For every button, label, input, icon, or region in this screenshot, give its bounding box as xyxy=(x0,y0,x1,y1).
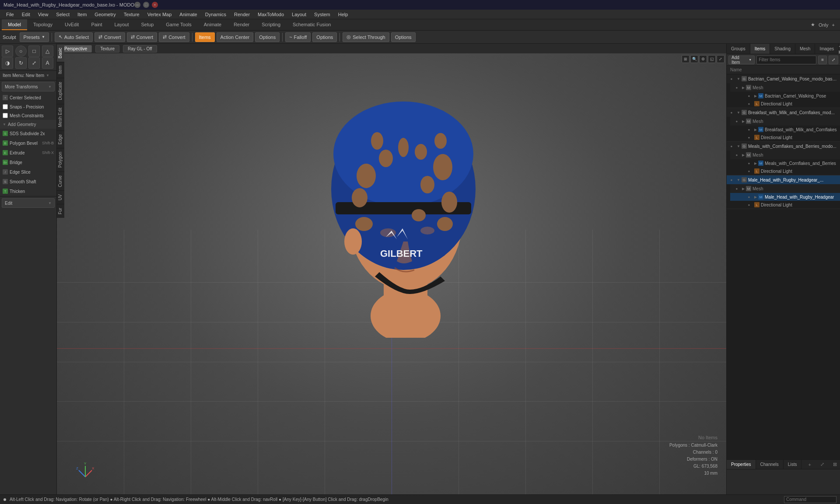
minimize-btn[interactable]: ─ xyxy=(134,2,140,8)
bottom-tab-properties[interactable]: Properties xyxy=(727,460,756,469)
group-4-vis[interactable]: ● xyxy=(728,177,735,183)
tool-circle[interactable]: ○ xyxy=(15,46,27,57)
menu-animate[interactable]: Animate xyxy=(176,11,200,18)
snaps-row[interactable]: Snaps - Precision xyxy=(0,102,56,111)
item-rugby-headgear[interactable]: ● ▶ M Male_Head_with_Rugby_Headgear xyxy=(730,193,840,201)
item-menu-row[interactable]: Item Menu: New Item ▼ xyxy=(0,71,56,80)
right-tab-groups[interactable]: Groups xyxy=(727,44,750,54)
tab-setup[interactable]: Setup xyxy=(135,19,160,30)
convert-btn-2[interactable]: ⇄ Convert xyxy=(127,32,158,42)
group-3-mesh-vis[interactable]: ● xyxy=(734,152,740,158)
tool-rotate[interactable]: ↻ xyxy=(15,57,27,69)
tab-schematic[interactable]: Schematic Fusion xyxy=(287,19,337,30)
group-2-mesh-vis[interactable]: ● xyxy=(734,118,740,124)
tab-topology[interactable]: Topology xyxy=(27,19,59,30)
menu-geometry[interactable]: Geometry xyxy=(91,11,119,18)
item-dir-light-2-vis[interactable]: ● xyxy=(746,134,752,140)
group-1-header[interactable]: ● ▼ G Bactrian_Camel_Walking_Pose_modo_b… xyxy=(727,74,840,83)
select-through-btn[interactable]: ◎ Select Through xyxy=(343,32,389,42)
items-opts-btn[interactable]: ≡ xyxy=(818,56,827,64)
sds-row[interactable]: S SDS Subdivide 2x xyxy=(0,129,56,138)
add-item-btn[interactable]: Add Item ▼ xyxy=(728,56,755,64)
menu-help[interactable]: Help xyxy=(335,11,352,18)
right-tab-images[interactable]: Images xyxy=(815,44,839,54)
tab-gametools[interactable]: Game Tools xyxy=(160,19,198,30)
smooth-shaft-row[interactable]: S Smooth Shaft xyxy=(0,177,56,186)
vp-btn-2[interactable]: 🔍 xyxy=(690,55,698,63)
bridge-row[interactable]: Br Bridge xyxy=(0,158,56,167)
convert-btn-3[interactable]: ⇄ Convert xyxy=(159,32,189,42)
menu-view[interactable]: View xyxy=(35,11,52,18)
bottom-panel-detach[interactable]: ⊠ xyxy=(830,460,840,469)
items-expand-btn[interactable]: ⤢ xyxy=(829,56,838,64)
command-input[interactable] xyxy=(784,496,836,503)
edge-slice-row[interactable]: / Edge Slice xyxy=(0,167,56,177)
thicken-row[interactable]: T Thicken xyxy=(0,186,56,196)
item-camel-pose-vis[interactable]: ● xyxy=(746,93,752,99)
vp-raygl[interactable]: Ray GL - Off xyxy=(123,45,157,52)
right-tab-items[interactable]: Items xyxy=(750,44,770,54)
tab-render[interactable]: Render xyxy=(228,19,256,30)
bottom-panel-expand[interactable]: ⤢ xyxy=(818,460,827,469)
item-camel-pose[interactable]: ● ▶ M Bactrian_Camel_Walking_Pose xyxy=(730,92,840,100)
items-btn[interactable]: Items xyxy=(195,32,215,42)
tool-box[interactable]: □ xyxy=(28,46,40,57)
group-3-vis[interactable]: ● xyxy=(728,143,735,149)
tab-model[interactable]: Model xyxy=(2,19,27,30)
falloff-btn[interactable]: ~ Falloff xyxy=(285,32,311,42)
menu-maxtomode[interactable]: MaxToModo xyxy=(254,11,287,18)
tab-paint[interactable]: Paint xyxy=(85,19,108,30)
viewport[interactable]: Perspective Texture Ray GL - Off ⊞ 🔍 ⚙ ◱… xyxy=(57,44,726,494)
close-btn[interactable]: × xyxy=(152,2,158,8)
item-breakfast[interactable]: ● ▶ M Breakfast_with_Milk_and_Cornflakes xyxy=(730,126,840,133)
group-2-vis[interactable]: ● xyxy=(728,109,735,116)
group-2-header[interactable]: ● ▼ G Breakfast_with_Milk_and_Cornflakes… xyxy=(727,108,840,117)
item-rugby-vis[interactable]: ● xyxy=(746,194,752,200)
snaps-checkbox[interactable] xyxy=(3,104,8,109)
group-3-header[interactable]: ● ▼ G Meals_with_Cornflakes_and_Berries_… xyxy=(727,142,840,150)
tab-scripting[interactable]: Scripting xyxy=(256,19,287,30)
options-btn-1[interactable]: Options xyxy=(255,32,280,42)
item-dir-light-4-vis[interactable]: ● xyxy=(746,202,752,208)
side-tab-item[interactable]: Item xyxy=(57,62,64,77)
item-dir-light-3-vis[interactable]: ● xyxy=(746,168,752,174)
menu-render[interactable]: Render xyxy=(231,11,253,18)
maximize-btn[interactable]: □ xyxy=(143,2,149,8)
extrude-row[interactable]: E Extrude Shift-X xyxy=(0,148,56,158)
right-tab-mesh[interactable]: Mesh xyxy=(795,44,815,54)
tab-layout[interactable]: Layout xyxy=(108,19,135,30)
tool-scale[interactable]: ⤢ xyxy=(28,57,40,69)
menu-edit[interactable]: Edit xyxy=(18,11,34,18)
menu-system[interactable]: System xyxy=(311,11,334,18)
menu-layout[interactable]: Layout xyxy=(288,11,310,18)
item-meals-vis[interactable]: ● xyxy=(746,160,752,166)
vp-btn-5[interactable]: ⤢ xyxy=(717,55,724,63)
group-1-mesh-header[interactable]: ● ▶ M Mesh xyxy=(730,83,840,92)
item-dir-light-2[interactable]: ● L Directional Light xyxy=(730,133,840,141)
tab-animate[interactable]: Animate xyxy=(198,19,228,30)
vp-btn-4[interactable]: ◱ xyxy=(708,55,716,63)
menu-item[interactable]: Item xyxy=(74,11,90,18)
center-selected-row[interactable]: + Center Selected xyxy=(0,93,56,102)
group-4-mesh-vis[interactable]: ● xyxy=(734,186,740,192)
vp-btn-1[interactable]: ⊞ xyxy=(682,55,690,63)
side-tab-meshedit[interactable]: Mesh Edit xyxy=(57,104,64,130)
menu-dynamics[interactable]: Dynamics xyxy=(202,11,230,18)
group-3-mesh-header[interactable]: ● ▶ M Mesh xyxy=(730,150,840,159)
filter-items-input[interactable] xyxy=(756,56,816,64)
vp-btn-3[interactable]: ⚙ xyxy=(699,55,707,63)
more-transforms-dropdown[interactable]: More Transforms ▼ xyxy=(2,82,55,91)
polygon-bevel-row[interactable]: B Polygon Bevel Shift-B xyxy=(0,138,56,148)
side-tab-polygon[interactable]: Polygon xyxy=(57,148,64,171)
side-tab-curve[interactable]: Curve xyxy=(57,172,64,191)
convert-btn-1[interactable]: ⇄ Convert xyxy=(94,32,125,42)
menu-texture[interactable]: Texture xyxy=(120,11,143,18)
tool-select[interactable]: ▷ xyxy=(2,46,13,57)
item-dir-light-1-vis[interactable]: ● xyxy=(746,101,752,107)
tool-text[interactable]: A xyxy=(42,57,53,69)
bottom-tab-plus[interactable]: + xyxy=(805,460,815,469)
bottom-tab-channels[interactable]: Channels xyxy=(756,460,784,469)
vp-texture[interactable]: Texture xyxy=(95,45,119,52)
group-1-vis[interactable]: ● xyxy=(728,76,735,82)
menu-vertexmap[interactable]: Vertex Map xyxy=(144,11,175,18)
